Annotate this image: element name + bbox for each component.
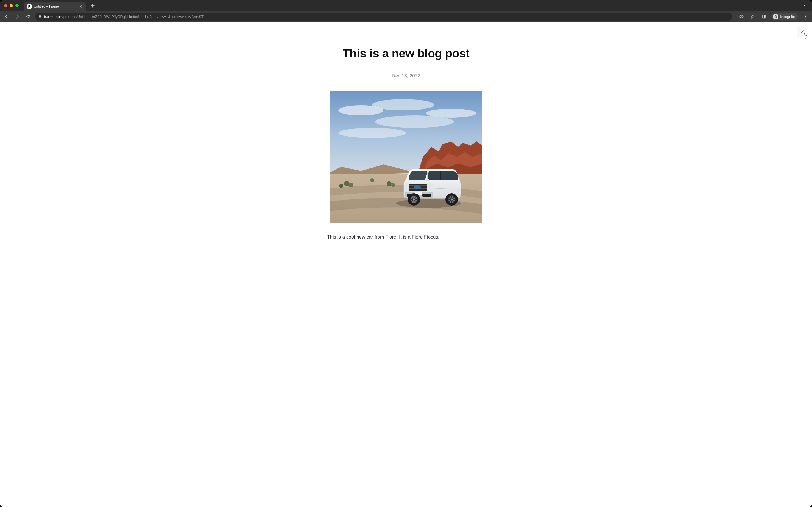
post-date: Dec 13, 2022: [327, 73, 485, 79]
svg-point-21: [387, 181, 392, 186]
svg-point-7: [805, 15, 806, 16]
url-text: framer.com/projects/Untitled--mZ98oDWaPJ…: [44, 15, 204, 19]
chevron-down-icon: [803, 4, 807, 8]
browser-menu-button[interactable]: [802, 13, 809, 20]
svg-point-17: [344, 181, 350, 186]
panel-icon: [762, 14, 766, 19]
more-vertical-icon: [803, 14, 808, 19]
svg-point-12: [372, 99, 434, 110]
svg-point-8: [805, 16, 806, 17]
side-panel-button[interactable]: [760, 13, 768, 20]
svg-point-5: [774, 17, 776, 18]
collapse-icon: [799, 30, 804, 35]
reload-icon: [26, 14, 31, 19]
star-icon: [750, 14, 755, 19]
browser-toolbar: framer.com/projects/Untitled--mZ98oDWaPJ…: [0, 11, 812, 22]
plus-icon: [91, 4, 95, 8]
address-bar[interactable]: framer.com/projects/Untitled--mZ98oDWaPJ…: [35, 13, 732, 20]
back-button[interactable]: [3, 13, 10, 20]
reload-button[interactable]: [24, 13, 32, 20]
svg-rect-36: [426, 179, 429, 181]
svg-point-6: [776, 17, 777, 18]
eye-off-button[interactable]: [738, 13, 745, 20]
post-body: This is a cool new car from Fjord. It is…: [327, 234, 485, 245]
bookmark-button[interactable]: [749, 13, 756, 20]
toolbar-right: Incognito: [738, 13, 809, 20]
tab-title: Untitled – Framer: [34, 4, 77, 8]
svg-point-9: [805, 18, 806, 18]
window-minimize-button[interactable]: [10, 4, 13, 7]
svg-point-44: [413, 199, 415, 201]
svg-rect-3: [762, 15, 766, 18]
arrow-left-icon: [4, 14, 9, 19]
browser-tab[interactable]: F Untitled – Framer ✕: [24, 2, 86, 11]
svg-point-19: [339, 184, 343, 188]
hero-image: [330, 91, 482, 223]
lock-icon: [38, 15, 42, 19]
blog-article: This is a new blog post Dec 13, 2022: [327, 22, 485, 245]
incognito-icon: [773, 14, 778, 19]
svg-point-20: [370, 178, 374, 182]
tab-close-button[interactable]: ✕: [79, 4, 82, 9]
svg-rect-33: [422, 194, 431, 196]
page-viewport: This is a new blog post Dec 13, 2022: [0, 22, 812, 507]
svg-point-15: [338, 128, 406, 138]
svg-point-22: [391, 183, 395, 187]
svg-point-30: [414, 185, 421, 189]
url-domain: framer.com: [44, 15, 62, 19]
forward-button[interactable]: [13, 13, 21, 20]
url-path: /projects/Untitled--mZ98oDWaPJyDRgKHm9n8…: [62, 15, 204, 19]
arrow-right-icon: [15, 14, 20, 19]
svg-point-14: [426, 109, 476, 118]
exit-preview-button[interactable]: [797, 27, 807, 37]
svg-rect-25: [440, 171, 441, 180]
window-close-button[interactable]: [4, 4, 7, 7]
incognito-badge[interactable]: Incognito: [772, 13, 798, 20]
svg-point-52: [451, 199, 453, 201]
window-maximize-button[interactable]: [15, 4, 18, 7]
tabs-overflow-button[interactable]: [802, 3, 808, 8]
svg-rect-0: [39, 16, 41, 18]
svg-rect-24: [427, 171, 428, 180]
new-tab-button[interactable]: [90, 3, 96, 9]
incognito-label: Incognito: [780, 15, 795, 19]
window-controls: [4, 4, 18, 7]
post-title: This is a new blog post: [327, 47, 485, 60]
svg-point-18: [349, 183, 353, 187]
eye-off-icon: [739, 14, 744, 19]
tab-favicon-icon: F: [27, 4, 32, 9]
browser-titlebar: F Untitled – Framer ✕: [0, 0, 812, 11]
